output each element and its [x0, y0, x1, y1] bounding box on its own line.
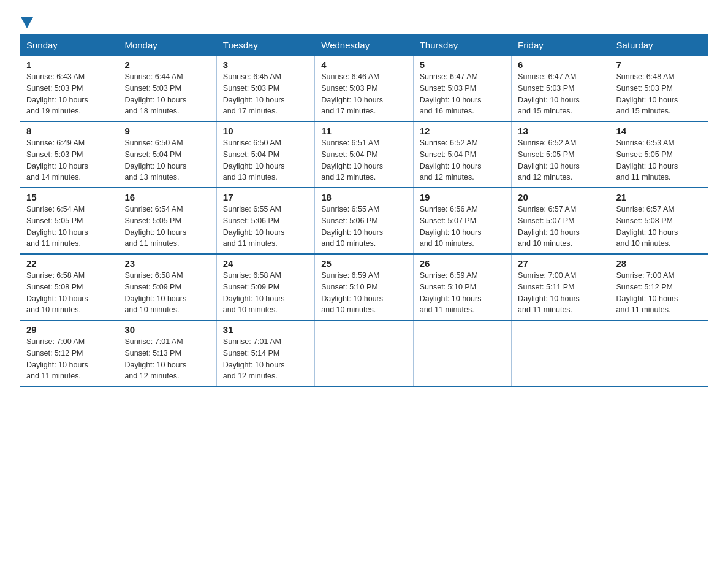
calendar-day-cell: 26 Sunrise: 6:59 AM Sunset: 5:10 PM Dayl…	[413, 254, 511, 320]
calendar-day-cell: 25 Sunrise: 6:59 AM Sunset: 5:10 PM Dayl…	[315, 254, 413, 320]
day-number: 2	[124, 59, 210, 70]
day-info: Sunrise: 7:00 AM Sunset: 5:12 PM Dayligh…	[616, 270, 702, 316]
calendar-week-row: 8 Sunrise: 6:49 AM Sunset: 5:03 PM Dayli…	[20, 121, 708, 188]
calendar-day-cell: 17 Sunrise: 6:55 AM Sunset: 5:06 PM Dayl…	[216, 188, 314, 254]
calendar-day-cell: 20 Sunrise: 6:57 AM Sunset: 5:07 PM Dayl…	[512, 188, 610, 254]
day-number: 11	[321, 126, 406, 136]
day-number: 16	[124, 192, 210, 202]
calendar-day-cell: 6 Sunrise: 6:47 AM Sunset: 5:03 PM Dayli…	[512, 56, 610, 122]
calendar-day-cell: 23 Sunrise: 6:58 AM Sunset: 5:09 PM Dayl…	[118, 254, 216, 320]
day-info: Sunrise: 6:58 AM Sunset: 5:09 PM Dayligh…	[124, 270, 210, 316]
day-info: Sunrise: 6:50 AM Sunset: 5:04 PM Dayligh…	[124, 137, 210, 183]
day-info: Sunrise: 6:44 AM Sunset: 5:03 PM Dayligh…	[124, 71, 210, 117]
day-info: Sunrise: 6:52 AM Sunset: 5:04 PM Dayligh…	[420, 137, 505, 183]
calendar-day-cell	[610, 320, 708, 386]
calendar-day-cell: 4 Sunrise: 6:46 AM Sunset: 5:03 PM Dayli…	[315, 56, 413, 122]
day-number: 17	[223, 192, 308, 202]
day-info: Sunrise: 6:53 AM Sunset: 5:05 PM Dayligh…	[616, 137, 702, 183]
day-info: Sunrise: 6:56 AM Sunset: 5:07 PM Dayligh…	[420, 204, 505, 250]
calendar-day-cell: 14 Sunrise: 6:53 AM Sunset: 5:05 PM Dayl…	[610, 121, 708, 188]
day-info: Sunrise: 6:50 AM Sunset: 5:04 PM Dayligh…	[223, 137, 308, 183]
day-number: 27	[518, 258, 603, 269]
calendar-day-cell: 24 Sunrise: 6:58 AM Sunset: 5:09 PM Dayl…	[216, 254, 314, 320]
calendar-day-cell: 29 Sunrise: 7:00 AM Sunset: 5:12 PM Dayl…	[20, 320, 118, 386]
calendar-day-cell: 7 Sunrise: 6:48 AM Sunset: 5:03 PM Dayli…	[610, 56, 708, 122]
calendar-day-cell: 9 Sunrise: 6:50 AM Sunset: 5:04 PM Dayli…	[118, 121, 216, 188]
day-info: Sunrise: 6:54 AM Sunset: 5:05 PM Dayligh…	[124, 204, 210, 250]
page-header	[20, 15, 708, 28]
day-info: Sunrise: 6:55 AM Sunset: 5:06 PM Dayligh…	[321, 204, 406, 250]
day-number: 20	[518, 192, 603, 202]
day-info: Sunrise: 6:47 AM Sunset: 5:03 PM Dayligh…	[518, 71, 603, 117]
day-info: Sunrise: 6:58 AM Sunset: 5:08 PM Dayligh…	[26, 270, 112, 316]
calendar-day-cell: 10 Sunrise: 6:50 AM Sunset: 5:04 PM Dayl…	[216, 121, 314, 188]
calendar-day-cell	[315, 320, 413, 386]
day-info: Sunrise: 6:51 AM Sunset: 5:04 PM Dayligh…	[321, 137, 406, 183]
calendar-day-cell: 18 Sunrise: 6:55 AM Sunset: 5:06 PM Dayl…	[315, 188, 413, 254]
day-number: 6	[518, 59, 603, 70]
calendar-body: 1 Sunrise: 6:43 AM Sunset: 5:03 PM Dayli…	[20, 56, 708, 387]
calendar-day-cell: 8 Sunrise: 6:49 AM Sunset: 5:03 PM Dayli…	[20, 121, 118, 188]
day-info: Sunrise: 6:59 AM Sunset: 5:10 PM Dayligh…	[321, 270, 406, 316]
day-info: Sunrise: 6:49 AM Sunset: 5:03 PM Dayligh…	[26, 137, 112, 183]
calendar-week-row: 22 Sunrise: 6:58 AM Sunset: 5:08 PM Dayl…	[20, 254, 708, 320]
calendar-day-cell: 27 Sunrise: 7:00 AM Sunset: 5:11 PM Dayl…	[512, 254, 610, 320]
weekday-header-sunday: Sunday	[20, 35, 118, 56]
day-number: 1	[26, 59, 112, 70]
calendar-day-cell: 21 Sunrise: 6:57 AM Sunset: 5:08 PM Dayl…	[610, 188, 708, 254]
day-info: Sunrise: 6:46 AM Sunset: 5:03 PM Dayligh…	[321, 71, 406, 117]
calendar-day-cell: 5 Sunrise: 6:47 AM Sunset: 5:03 PM Dayli…	[413, 56, 511, 122]
calendar-day-cell: 16 Sunrise: 6:54 AM Sunset: 5:05 PM Dayl…	[118, 188, 216, 254]
day-info: Sunrise: 6:45 AM Sunset: 5:03 PM Dayligh…	[223, 71, 308, 117]
calendar-week-row: 29 Sunrise: 7:00 AM Sunset: 5:12 PM Dayl…	[20, 320, 708, 386]
calendar-day-cell: 19 Sunrise: 6:56 AM Sunset: 5:07 PM Dayl…	[413, 188, 511, 254]
weekday-header-tuesday: Tuesday	[216, 35, 314, 56]
day-number: 26	[420, 258, 505, 269]
day-number: 30	[124, 324, 210, 335]
day-info: Sunrise: 6:48 AM Sunset: 5:03 PM Dayligh…	[616, 71, 702, 117]
day-info: Sunrise: 6:59 AM Sunset: 5:10 PM Dayligh…	[420, 270, 505, 316]
calendar-day-cell: 30 Sunrise: 7:01 AM Sunset: 5:13 PM Dayl…	[118, 320, 216, 386]
calendar-week-row: 15 Sunrise: 6:54 AM Sunset: 5:05 PM Dayl…	[20, 188, 708, 254]
day-info: Sunrise: 6:43 AM Sunset: 5:03 PM Dayligh…	[26, 71, 112, 117]
day-number: 7	[616, 59, 702, 70]
day-number: 5	[420, 59, 505, 70]
day-number: 28	[616, 258, 702, 269]
day-info: Sunrise: 6:58 AM Sunset: 5:09 PM Dayligh…	[223, 270, 308, 316]
day-number: 22	[26, 258, 112, 269]
calendar-day-cell: 15 Sunrise: 6:54 AM Sunset: 5:05 PM Dayl…	[20, 188, 118, 254]
day-number: 21	[616, 192, 702, 202]
calendar-day-cell: 12 Sunrise: 6:52 AM Sunset: 5:04 PM Dayl…	[413, 121, 511, 188]
day-number: 23	[124, 258, 210, 269]
day-info: Sunrise: 6:54 AM Sunset: 5:05 PM Dayligh…	[26, 204, 112, 250]
day-info: Sunrise: 6:55 AM Sunset: 5:06 PM Dayligh…	[223, 204, 308, 250]
day-info: Sunrise: 6:47 AM Sunset: 5:03 PM Dayligh…	[420, 71, 505, 117]
weekday-header-row: SundayMondayTuesdayWednesdayThursdayFrid…	[20, 35, 708, 56]
calendar-day-cell	[512, 320, 610, 386]
day-number: 19	[420, 192, 505, 202]
day-number: 13	[518, 126, 603, 136]
day-number: 15	[26, 192, 112, 202]
calendar-header: SundayMondayTuesdayWednesdayThursdayFrid…	[20, 35, 708, 56]
day-info: Sunrise: 7:01 AM Sunset: 5:14 PM Dayligh…	[223, 336, 308, 382]
day-number: 24	[223, 258, 308, 269]
logo	[20, 15, 34, 28]
day-number: 14	[616, 126, 702, 136]
calendar-day-cell: 1 Sunrise: 6:43 AM Sunset: 5:03 PM Dayli…	[20, 56, 118, 122]
weekday-header-wednesday: Wednesday	[315, 35, 413, 56]
day-number: 10	[223, 126, 308, 136]
day-info: Sunrise: 6:57 AM Sunset: 5:07 PM Dayligh…	[518, 204, 603, 250]
weekday-header-friday: Friday	[512, 35, 610, 56]
day-number: 31	[223, 324, 308, 335]
day-number: 9	[124, 126, 210, 136]
day-info: Sunrise: 6:57 AM Sunset: 5:08 PM Dayligh…	[616, 204, 702, 250]
weekday-header-monday: Monday	[118, 35, 216, 56]
calendar-day-cell: 3 Sunrise: 6:45 AM Sunset: 5:03 PM Dayli…	[216, 56, 314, 122]
day-number: 29	[26, 324, 112, 335]
calendar-day-cell: 31 Sunrise: 7:01 AM Sunset: 5:14 PM Dayl…	[216, 320, 314, 386]
calendar-week-row: 1 Sunrise: 6:43 AM Sunset: 5:03 PM Dayli…	[20, 56, 708, 122]
calendar-day-cell: 28 Sunrise: 7:00 AM Sunset: 5:12 PM Dayl…	[610, 254, 708, 320]
calendar-day-cell: 22 Sunrise: 6:58 AM Sunset: 5:08 PM Dayl…	[20, 254, 118, 320]
day-info: Sunrise: 6:52 AM Sunset: 5:05 PM Dayligh…	[518, 137, 603, 183]
calendar-day-cell: 11 Sunrise: 6:51 AM Sunset: 5:04 PM Dayl…	[315, 121, 413, 188]
